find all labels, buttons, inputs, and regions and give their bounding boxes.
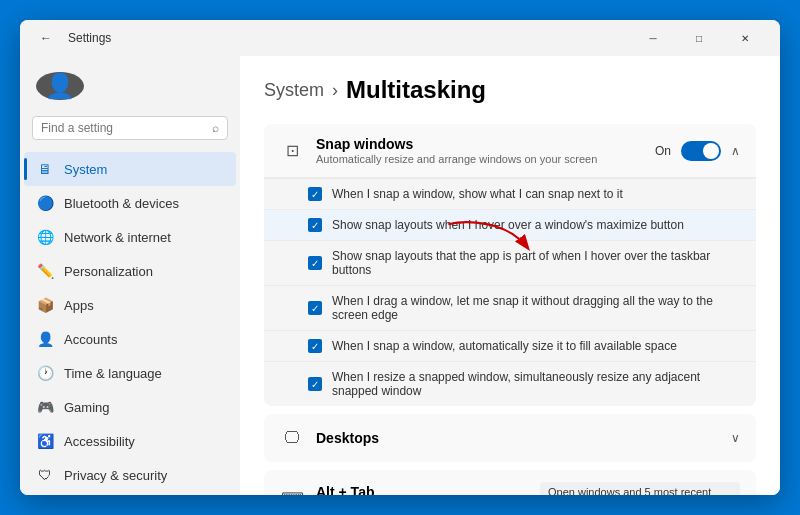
minimize-button[interactable]: ─ (630, 22, 676, 54)
checkmark-opt4: ✓ (311, 303, 319, 314)
nav-icon-accounts: 👤 (36, 330, 54, 348)
snap-option-opt5[interactable]: ✓ When I snap a window, automatically si… (264, 330, 756, 361)
option-text-opt4: When I drag a window, let me snap it wit… (332, 294, 740, 322)
option-text-opt3: Show snap layouts that the app is part o… (332, 249, 740, 277)
alt-tab-section: ⌨ Alt + Tab Pressing Alt + Tab shows Ope… (264, 470, 756, 495)
sidebar-item-accessibility[interactable]: ♿ Accessibility (24, 424, 236, 458)
titlebar-controls: ─ □ ✕ (630, 22, 768, 54)
snap-windows-header: ⊡ Snap windows Automatically resize and … (264, 124, 756, 177)
checkbox-opt3[interactable]: ✓ (308, 256, 322, 270)
nav-label-privacy: Privacy & security (64, 468, 167, 483)
sidebar-item-gaming[interactable]: 🎮 Gaming (24, 390, 236, 424)
sidebar-item-system[interactable]: 🖥 System (24, 152, 236, 186)
main-content: 👤 ⌕ 🖥 System 🔵 Bluetooth & devices 🌐 Net… (20, 56, 780, 495)
desktops-chevron[interactable]: ∨ (731, 431, 740, 445)
section-header-left: ⊡ Snap windows Automatically resize and … (280, 136, 597, 165)
sidebar-item-network[interactable]: 🌐 Network & internet (24, 220, 236, 254)
alt-tab-header-left: ⌨ Alt + Tab Pressing Alt + Tab shows (280, 484, 438, 496)
option-text-opt2: Show snap layouts when I hover over a wi… (332, 218, 684, 232)
nav-icon-network: 🌐 (36, 228, 54, 246)
search-icon: ⌕ (212, 121, 219, 135)
maximize-button[interactable]: □ (676, 22, 722, 54)
nav-label-accounts: Accounts (64, 332, 117, 347)
titlebar-title: Settings (68, 31, 111, 45)
desktops-header-left: 🖵 Desktops (280, 426, 379, 450)
checkbox-opt6[interactable]: ✓ (308, 377, 322, 391)
search-input[interactable] (41, 121, 206, 135)
section-title-group: Snap windows Automatically resize and ar… (316, 136, 597, 165)
nav-label-personalization: Personalization (64, 264, 153, 279)
avatar: 👤 (36, 72, 84, 100)
checkmark-opt5: ✓ (311, 341, 319, 352)
sidebar-item-bluetooth[interactable]: 🔵 Bluetooth & devices (24, 186, 236, 220)
snap-options: ✓ When I snap a window, show what I can … (264, 177, 756, 406)
alt-tab-title-group: Alt + Tab Pressing Alt + Tab shows (316, 484, 438, 496)
alt-tab-dropdown-value: Open windows and 5 most recent tabs in M (548, 486, 718, 495)
snap-option-opt4[interactable]: ✓ When I drag a window, let me snap it w… (264, 285, 756, 330)
snap-option-opt1[interactable]: ✓ When I snap a window, show what I can … (264, 178, 756, 209)
checkbox-opt1[interactable]: ✓ (308, 187, 322, 201)
alt-tab-dropdown-chevron: ∨ (724, 492, 732, 496)
page-header: System › Multitasking (264, 76, 756, 104)
nav-label-network: Network & internet (64, 230, 171, 245)
snap-toggle[interactable] (681, 141, 721, 161)
sidebar-item-personalization[interactable]: ✏️ Personalization (24, 254, 236, 288)
snap-option-opt3[interactable]: ✓ Show snap layouts that the app is part… (264, 240, 756, 285)
desktops-section[interactable]: 🖵 Desktops ∨ (264, 414, 756, 462)
alt-tab-title: Alt + Tab (316, 484, 438, 496)
desktops-title: Desktops (316, 430, 379, 446)
search-box[interactable]: ⌕ (32, 116, 228, 140)
desktops-icon: 🖵 (280, 426, 304, 450)
nav-label-system: System (64, 162, 107, 177)
checkmark-opt3: ✓ (311, 258, 319, 269)
breadcrumb-separator: › (332, 80, 338, 101)
checkbox-opt4[interactable]: ✓ (308, 301, 322, 315)
checkmark-opt2: ✓ (311, 220, 319, 231)
snap-subtitle: Automatically resize and arrange windows… (316, 153, 597, 165)
settings-window: ← Settings ─ □ ✕ 👤 ⌕ 🖥 System 🔵 Bluetoot… (20, 20, 780, 495)
snap-option-opt6[interactable]: ✓ When I resize a snapped window, simult… (264, 361, 756, 406)
sidebar-item-apps[interactable]: 📦 Apps (24, 288, 236, 322)
option-text-opt6: When I resize a snapped window, simultan… (332, 370, 740, 398)
sidebar-item-time[interactable]: 🕐 Time & language (24, 356, 236, 390)
snap-icon: ⊡ (280, 139, 304, 163)
section-header-right: On ∧ (655, 141, 740, 161)
nav-icon-system: 🖥 (36, 160, 54, 178)
snap-option-opt2[interactable]: ✓ Show snap layouts when I hover over a … (264, 209, 756, 240)
on-label: On (655, 144, 671, 158)
breadcrumb: System › Multitasking (264, 76, 756, 104)
nav-label-gaming: Gaming (64, 400, 110, 415)
option-text-opt1: When I snap a window, show what I can sn… (332, 187, 623, 201)
close-button[interactable]: ✕ (722, 22, 768, 54)
alt-tab-dropdown[interactable]: Open windows and 5 most recent tabs in M… (540, 482, 740, 495)
back-button[interactable]: ← (32, 24, 60, 52)
breadcrumb-current: Multitasking (346, 76, 486, 104)
snap-title: Snap windows (316, 136, 597, 152)
snap-windows-section: ⊡ Snap windows Automatically resize and … (264, 124, 756, 406)
sidebar: 👤 ⌕ 🖥 System 🔵 Bluetooth & devices 🌐 Net… (20, 56, 240, 495)
main-panel: System › Multitasking ⊡ Snap windows Aut… (240, 56, 780, 495)
snap-chevron-up[interactable]: ∧ (731, 144, 740, 158)
nav-label-time: Time & language (64, 366, 162, 381)
checkbox-opt2[interactable]: ✓ (308, 218, 322, 232)
checkbox-opt5[interactable]: ✓ (308, 339, 322, 353)
sidebar-item-windows-update[interactable]: ⟳ Windows Update (24, 492, 236, 495)
sidebar-item-privacy[interactable]: 🛡 Privacy & security (24, 458, 236, 492)
checkmark-opt6: ✓ (311, 379, 319, 390)
nav-label-bluetooth: Bluetooth & devices (64, 196, 179, 211)
nav-icon-personalization: ✏️ (36, 262, 54, 280)
nav-icon-bluetooth: 🔵 (36, 194, 54, 212)
nav-icon-privacy: 🛡 (36, 466, 54, 484)
nav-label-accessibility: Accessibility (64, 434, 135, 449)
nav-icon-apps: 📦 (36, 296, 54, 314)
nav-icon-time: 🕐 (36, 364, 54, 382)
nav-icon-gaming: 🎮 (36, 398, 54, 416)
alt-tab-header: ⌨ Alt + Tab Pressing Alt + Tab shows Ope… (264, 470, 756, 495)
sidebar-item-accounts[interactable]: 👤 Accounts (24, 322, 236, 356)
nav-icon-accessibility: ♿ (36, 432, 54, 450)
titlebar-left: ← Settings (32, 24, 111, 52)
titlebar: ← Settings ─ □ ✕ (20, 20, 780, 56)
alt-tab-icon: ⌨ (280, 486, 304, 495)
option-text-opt5: When I snap a window, automatically size… (332, 339, 677, 353)
breadcrumb-parent: System (264, 80, 324, 101)
